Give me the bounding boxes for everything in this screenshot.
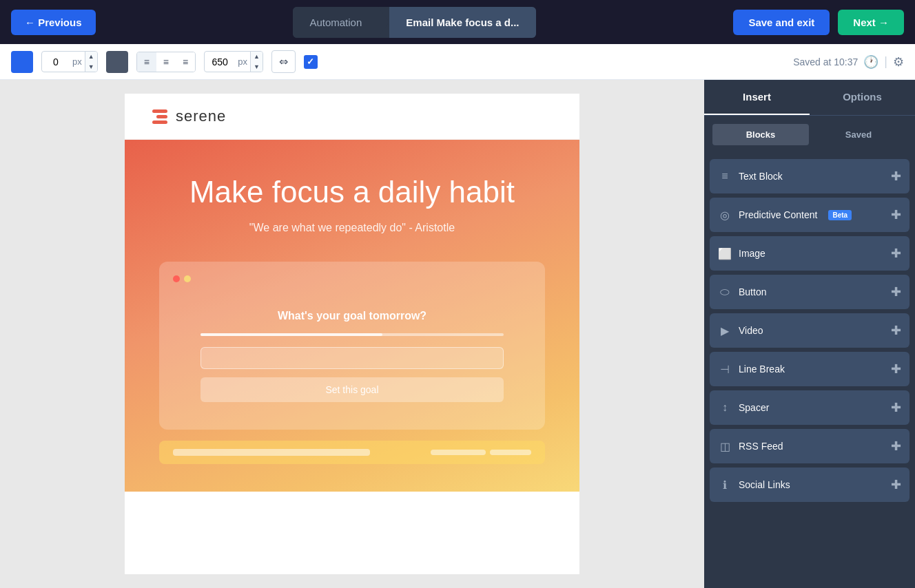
block-item-rss-feed[interactable]: ◫RSS Feed✚ [710, 429, 909, 463]
right-actions: Save and exit Next → [733, 10, 904, 35]
block-left: ◫RSS Feed [718, 440, 783, 453]
settings-icon[interactable]: ⚙ [893, 54, 904, 70]
saved-text: Saved at 10:37 [793, 56, 858, 67]
video-label: Video [739, 325, 763, 336]
expand-width-button[interactable]: ⇔ [271, 50, 296, 73]
hero-title: Make focus a daily habit [145, 174, 559, 211]
image-label: Image [739, 248, 765, 259]
block-left: ℹSocial Links [718, 479, 790, 492]
dot-yellow [184, 275, 191, 282]
right-panel: Insert Options Blocks Saved ≡Text Block✚… [704, 80, 915, 588]
bg-color-swatch[interactable] [106, 51, 128, 73]
rss-feed-add-button[interactable]: ✚ [891, 439, 901, 454]
line-break-add-button[interactable]: ✚ [891, 361, 901, 377]
rss-feed-label: RSS Feed [739, 441, 783, 452]
padding-input[interactable] [42, 54, 70, 70]
blocks-list: ≡Text Block✚◎Predictive ContentBeta✚⬜Ima… [704, 154, 915, 588]
bottom-bar-line-1 [173, 449, 370, 456]
tab-options[interactable]: Options [810, 80, 915, 115]
mockup-set-goal-button[interactable]: Set this goal [201, 377, 504, 402]
sub-tabs: Blocks Saved [712, 124, 907, 145]
logo-area: serene [152, 107, 226, 125]
panel-tabs: Insert Options [704, 80, 915, 116]
bottom-bar [159, 441, 545, 464]
sub-tab-blocks[interactable]: Blocks [712, 124, 809, 145]
main-layout: serene Make focus a daily habit "We are … [0, 80, 915, 588]
block-item-spacer[interactable]: ↕Spacer✚ [710, 390, 909, 425]
predictive-content-icon: ◎ [718, 209, 732, 222]
mockup-progress-bar [201, 333, 504, 336]
social-links-add-button[interactable]: ✚ [891, 477, 901, 492]
text-block-add-button[interactable]: ✚ [891, 169, 901, 184]
width-input[interactable] [205, 54, 235, 70]
rss-feed-icon: ◫ [718, 440, 732, 453]
video-add-button[interactable]: ✚ [891, 323, 901, 338]
mockup-content: What's your goal tomorrow? Set this goal [173, 296, 531, 416]
toolbar: px ▲ ▼ ≡ ≡ ≡ px ▲ ▼ ⇔ ✓ Saved at 10:37 🕐… [0, 44, 915, 80]
bottom-bar-line-3 [490, 450, 531, 455]
image-add-button[interactable]: ✚ [891, 246, 901, 261]
line-break-label: Line Break [739, 364, 785, 375]
canvas-area: serene Make focus a daily habit "We are … [0, 80, 704, 588]
spin-down[interactable]: ▼ [85, 62, 97, 72]
block-left: ⬜Image [718, 247, 765, 260]
padding-input-group: px ▲ ▼ [41, 51, 98, 72]
block-left: ⬭Button [718, 286, 766, 298]
block-item-line-break[interactable]: ⊣Line Break✚ [710, 352, 909, 386]
block-item-button[interactable]: ⬭Button✚ [710, 275, 909, 309]
width-spinners: ▲ ▼ [250, 52, 263, 72]
width-spin-up[interactable]: ▲ [251, 52, 263, 62]
social-links-label: Social Links [739, 479, 790, 490]
image-icon: ⬜ [718, 247, 732, 260]
text-block-icon: ≡ [718, 170, 732, 182]
button-add-button[interactable]: ✚ [891, 284, 901, 300]
save-exit-button[interactable]: Save and exit [733, 10, 830, 35]
spacer-label: Spacer [739, 402, 769, 413]
predictive-content-add-button[interactable]: ✚ [891, 207, 901, 222]
sub-tab-saved[interactable]: Saved [810, 124, 907, 145]
block-item-image[interactable]: ⬜Image✚ [710, 236, 909, 271]
button-label: Button [739, 286, 766, 297]
top-nav: ← Previous Automation Email Make focus a… [0, 0, 915, 44]
align-right-button[interactable]: ≡ [176, 52, 195, 72]
breadcrumb-step2: Email Make focus a d... [389, 7, 535, 38]
predictive-content-label: Predictive Content [739, 209, 817, 220]
spacer-add-button[interactable]: ✚ [891, 400, 901, 415]
width-unit: px [235, 56, 250, 67]
line-break-icon: ⊣ [718, 363, 732, 376]
saved-status: Saved at 10:37 🕐 | ⚙ [793, 54, 904, 70]
width-spin-down[interactable]: ▼ [251, 62, 263, 72]
previous-button[interactable]: ← Previous [11, 10, 96, 35]
hero-section: Make focus a daily habit "We are what we… [125, 140, 579, 492]
visible-checkbox[interactable]: ✓ [304, 55, 318, 69]
logo-bar-1 [152, 109, 167, 113]
dot-red [173, 275, 180, 282]
video-icon: ▶ [718, 324, 732, 337]
block-left: ≡Text Block [718, 170, 783, 182]
app-mockup: What's your goal tomorrow? Set this goal [159, 262, 545, 430]
bottom-bar-line-2 [431, 450, 486, 455]
width-input-group: px ▲ ▼ [204, 51, 263, 72]
check-icon: ✓ [307, 56, 314, 67]
block-left: ⊣Line Break [718, 363, 785, 376]
history-icon[interactable]: 🕐 [863, 54, 878, 70]
logo-bar-2 [156, 115, 167, 118]
email-header: serene [125, 94, 579, 140]
align-left-button[interactable]: ≡ [137, 52, 156, 72]
spin-up[interactable]: ▲ [85, 52, 97, 62]
text-block-label: Text Block [739, 171, 783, 182]
breadcrumb-step1: Automation [293, 7, 378, 38]
social-links-icon: ℹ [718, 479, 732, 492]
color-swatch[interactable] [11, 51, 33, 73]
logo-bar-3 [152, 120, 167, 124]
hero-subtitle: "We are what we repeatedly do" - Aristot… [145, 222, 559, 234]
block-item-predictive-content[interactable]: ◎Predictive ContentBeta✚ [710, 198, 909, 232]
block-item-social-links[interactable]: ℹSocial Links✚ [710, 468, 909, 502]
next-button[interactable]: Next → [838, 10, 904, 35]
tab-insert[interactable]: Insert [704, 80, 810, 115]
block-item-text-block[interactable]: ≡Text Block✚ [710, 159, 909, 193]
padding-spinners: ▲ ▼ [85, 52, 97, 72]
logo-icon [152, 109, 167, 124]
block-item-video[interactable]: ▶Video✚ [710, 313, 909, 348]
align-center-button[interactable]: ≡ [156, 52, 176, 72]
